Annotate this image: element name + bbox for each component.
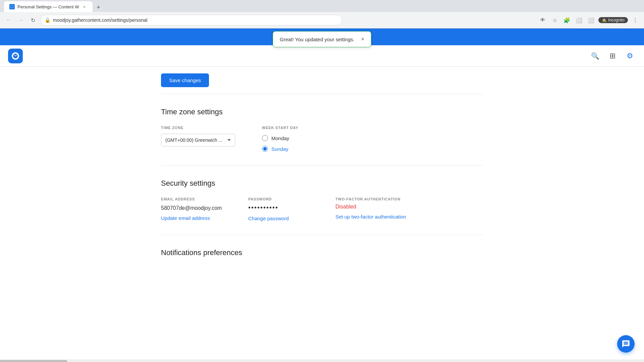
search-icon: 🔍 [591,52,599,60]
toast-close-button[interactable]: × [361,36,364,42]
tab-favicon [9,4,15,9]
notifications-section: Notifications preferences [161,235,483,280]
timezone-select[interactable]: (GMT+00:00) Greenwich ... [161,134,235,146]
timezone-form-row: TIME ZONE (GMT+00:00) Greenwich ... WEEK… [161,126,483,152]
grid-icon: ⊞ [609,52,615,60]
bottom-scrollbar[interactable] [0,360,644,362]
email-value: 580707de@moodjoy.com [161,205,228,211]
email-label: EMAIL ADDRESS [161,197,228,201]
tfa-label: TWO-FACTOR AUTHENTICATION [335,197,406,201]
incognito-badge: 🕵 Incognito [598,17,628,23]
save-changes-area: Save changes [161,67,483,94]
bookmark-icon[interactable]: ☆ [550,15,559,25]
main-content[interactable]: Save changes Time zone settings TIME ZON… [0,67,644,360]
week-start-label: WEEK START DAY [262,126,298,130]
app-logo[interactable] [8,49,23,63]
week-start-group: WEEK START DAY Monday Sunday [262,126,298,152]
scrollbar-thumb[interactable] [0,360,67,362]
app-wrapper: You only hav … rade now → Great! You upd… [0,28,644,362]
password-dots: •••••••••• [248,204,315,212]
timezone-group: TIME ZONE (GMT+00:00) Greenwich ... [161,126,235,146]
tab-bar: Personal Settings — Content W × + [0,0,644,12]
active-tab[interactable]: Personal Settings — Content W × [4,1,93,12]
toast-message: Great! You updated your settings. [280,37,355,42]
settings-button[interactable]: ⚙ [624,50,636,62]
reload-button[interactable]: ↻ [28,15,38,25]
eye-slash-icon[interactable]: 👁 [538,15,547,25]
lock-icon: 🔒 [45,17,50,23]
timezone-section-title: Time zone settings [161,108,483,116]
password-col: PASSWORD •••••••••• Change password [248,197,315,221]
tab-title: Personal Settings — Content W [17,4,79,9]
security-section: Security settings EMAIL ADDRESS 580707de… [161,166,483,235]
toast-container: Great! You updated your settings. × [273,31,371,47]
extensions-icon[interactable]: ⬜ [574,15,584,25]
new-tab-button[interactable]: + [94,3,103,12]
search-button[interactable]: 🔍 [589,50,601,62]
forward-button[interactable]: → [16,15,25,25]
sunday-radio-option[interactable]: Sunday [262,146,298,152]
gear-icon: ⚙ [627,52,633,60]
week-start-radio-group: Monday Sunday [262,134,298,152]
extension-icon[interactable]: 🧩 [562,15,572,25]
content-inner: Save changes Time zone settings TIME ZON… [121,67,523,280]
address-bar[interactable]: 🔒 moodjoy.gathercontent.com/settings/per… [40,15,342,25]
monday-radio-option[interactable]: Monday [262,135,298,141]
save-changes-button[interactable]: Save changes [161,73,209,87]
timezone-section: Time zone settings TIME ZONE (GMT+00:00)… [161,94,483,166]
monday-radio-input[interactable] [262,135,268,141]
sunday-radio-input[interactable] [262,146,268,152]
browser-controls: ← → ↻ 🔒 moodjoy.gathercontent.com/settin… [0,12,644,28]
notification-banner: You only hav … rade now → Great! You upd… [0,28,644,45]
update-email-link[interactable]: Update email address [161,215,228,221]
security-section-title: Security settings [161,179,483,188]
tfa-status: Disabled [335,204,406,210]
chat-button[interactable] [617,335,635,353]
notifications-section-title: Notifications preferences [161,248,483,257]
tfa-col: TWO-FACTOR AUTHENTICATION Disabled Set u… [335,197,406,221]
setup-tfa-link[interactable]: Set up two-factor authentication [335,214,406,220]
back-button[interactable]: ← [4,15,13,25]
profile-icon[interactable]: ⬜ [586,15,596,25]
toast-notification: Great! You updated your settings. × [273,31,371,47]
tab-close-button[interactable]: × [82,4,87,9]
header-actions: 🔍 ⊞ ⚙ [589,50,636,62]
password-label: PASSWORD [248,197,315,201]
url-text: moodjoy.gathercontent.com/settings/perso… [53,17,147,23]
change-password-link[interactable]: Change password [248,216,315,221]
browser-actions: 👁 ☆ 🧩 ⬜ ⬜ 🕵 Incognito ⋮ [538,15,640,25]
sunday-radio-label: Sunday [271,146,288,152]
monday-radio-label: Monday [271,135,289,141]
timezone-label: TIME ZONE [161,126,235,130]
security-grid: EMAIL ADDRESS 580707de@moodjoy.com Updat… [161,197,483,221]
menu-icon[interactable]: ⋮ [631,15,640,25]
app-header: 🔍 ⊞ ⚙ [0,45,644,67]
browser-chrome: Personal Settings — Content W × + ← → ↻ … [0,0,644,28]
grid-button[interactable]: ⊞ [606,50,619,62]
email-col: EMAIL ADDRESS 580707de@moodjoy.com Updat… [161,197,228,221]
